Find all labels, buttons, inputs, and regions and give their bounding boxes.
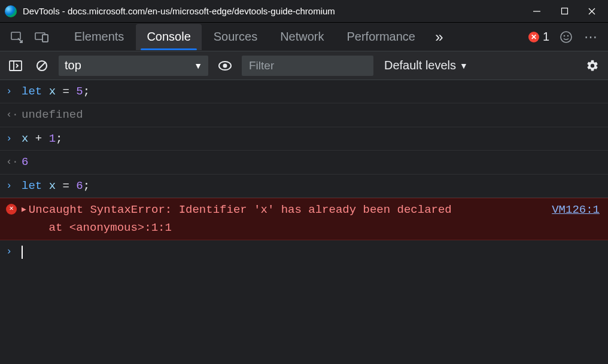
tab-sources[interactable]: Sources (203, 24, 268, 50)
toggle-sidebar-icon[interactable] (6, 56, 25, 75)
svg-point-9 (564, 35, 565, 36)
console-result: undefined (22, 106, 600, 124)
feedback-icon[interactable] (554, 25, 578, 49)
console-row: ›let x = 5; (0, 80, 608, 103)
console-toolbar: top ▼ Default levels ▼ (0, 51, 608, 80)
maximize-button[interactable] (551, 2, 578, 21)
close-button[interactable] (578, 2, 606, 21)
console-row: ✕▶Uncaught SyntaxError: Identifier 'x' h… (0, 198, 608, 240)
titlebar: DevTools - docs.microsoft.com/en-us/micr… (0, 0, 608, 23)
console-result: 6 (22, 153, 600, 171)
error-source-link[interactable]: VM126:1 (552, 201, 600, 237)
expand-error-icon[interactable]: ▶ (22, 204, 26, 216)
console-row: ›x + 1; (0, 127, 608, 151)
dropdown-icon: ▼ (194, 61, 202, 71)
context-selector[interactable]: top ▼ (59, 56, 208, 76)
svg-rect-1 (561, 8, 567, 14)
dropdown-icon: ▼ (460, 61, 468, 71)
more-options-icon[interactable]: ⋯ (579, 25, 603, 49)
error-count: 1 (543, 30, 549, 44)
output-chevron-icon: ‹· (6, 153, 22, 170)
console-settings-icon[interactable] (583, 56, 602, 75)
clear-console-icon[interactable] (32, 56, 51, 75)
svg-line-14 (39, 62, 45, 69)
tab-performance[interactable]: Performance (336, 24, 427, 50)
svg-point-16 (223, 63, 227, 68)
prompt-chevron-icon: › (6, 243, 22, 259)
svg-rect-11 (10, 61, 22, 71)
svg-point-10 (568, 35, 569, 36)
tab-elements[interactable]: Elements (63, 24, 135, 50)
console-output: ›let x = 5;‹·undefined›x + 1;‹·6›let x =… (0, 80, 608, 263)
tabstrip: Elements Console Sources Network Perform… (0, 23, 608, 51)
input-chevron-icon: › (6, 130, 22, 146)
more-tabs-icon[interactable]: » (427, 25, 451, 49)
log-levels-selector[interactable]: Default levels ▼ (381, 59, 472, 72)
input-chevron-icon: › (6, 82, 22, 99)
edge-icon (5, 5, 17, 17)
inspect-element-icon[interactable] (5, 25, 29, 49)
console-input-code: let x = 5; (22, 82, 600, 100)
input-chevron-icon: › (6, 177, 22, 194)
console-input-code: let x = 6; (22, 177, 600, 195)
error-icon: ✕ (528, 32, 539, 42)
filter-input[interactable] (242, 56, 373, 76)
console-row: ›let x = 6; (0, 175, 608, 198)
console-row: › (0, 240, 608, 263)
tab-network[interactable]: Network (269, 24, 335, 50)
console-row: ‹·undefined (0, 103, 608, 127)
window-title: DevTools - docs.microsoft.com/en-us/micr… (23, 6, 523, 16)
context-value: top (65, 59, 81, 72)
svg-rect-4 (11, 32, 20, 39)
svg-point-8 (561, 32, 571, 42)
console-input-code: x + 1; (22, 130, 600, 148)
error-badge[interactable]: ✕ 1 (525, 30, 553, 44)
tab-console[interactable]: Console (136, 24, 201, 50)
svg-rect-6 (42, 35, 48, 42)
console-row: ‹·6 (0, 151, 608, 174)
error-message: ▶Uncaught SyntaxError: Identifier 'x' ha… (22, 201, 540, 237)
minimize-button[interactable] (523, 2, 551, 21)
console-prompt[interactable] (22, 243, 600, 261)
live-expression-icon[interactable] (215, 56, 235, 75)
device-toolbar-icon[interactable] (30, 25, 54, 49)
log-levels-label: Default levels (384, 59, 456, 72)
error-row-icon: ✕ (6, 201, 22, 215)
output-chevron-icon: ‹· (6, 106, 22, 123)
